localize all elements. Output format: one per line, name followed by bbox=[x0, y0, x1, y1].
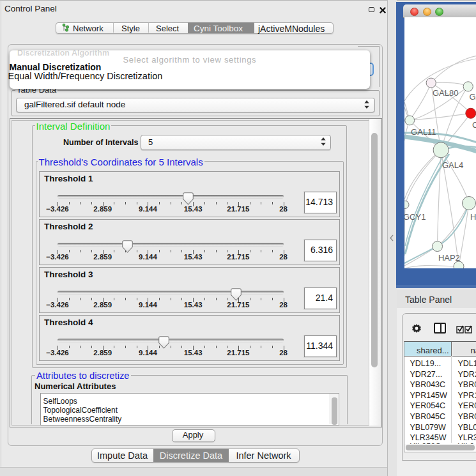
svg-text:GAL80: GAL80 bbox=[433, 88, 458, 98]
svg-text:GA: GA bbox=[470, 92, 476, 102]
svg-text:H: H bbox=[470, 212, 476, 222]
svg-text:C: C bbox=[472, 120, 476, 130]
svg-text:HAP2: HAP2 bbox=[438, 253, 460, 263]
svg-text:GCY1: GCY1 bbox=[404, 212, 426, 222]
svg-text:GAL11: GAL11 bbox=[411, 127, 436, 137]
svg-text:GAL4: GAL4 bbox=[442, 160, 463, 170]
